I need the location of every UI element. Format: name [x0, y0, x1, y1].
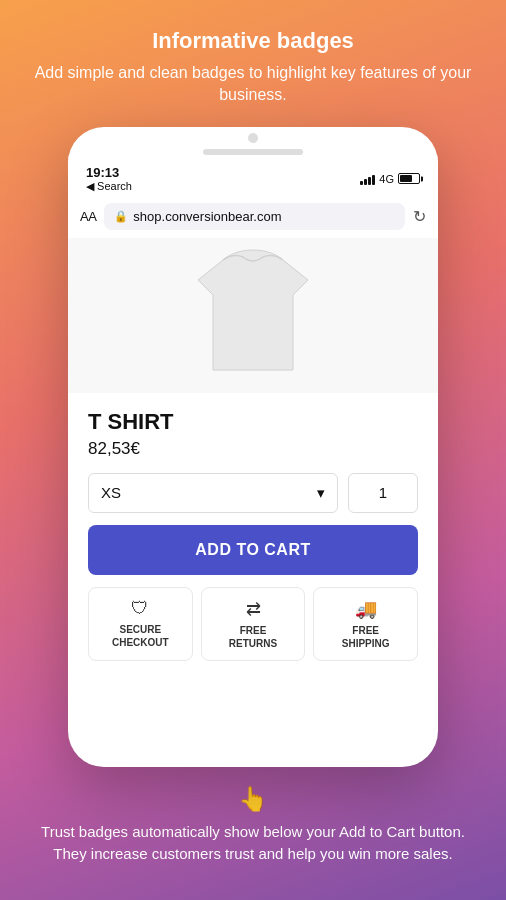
size-value: XS	[101, 484, 121, 501]
badge-returns-label: FREERETURNS	[229, 624, 277, 650]
product-price: 82,53€	[88, 439, 418, 459]
badge-secure-checkout: 🛡 SECURECHECKOUT	[88, 587, 193, 661]
badge-shipping-label: FREESHIPPING	[342, 624, 390, 650]
status-right: 4G	[360, 173, 420, 185]
trust-badges: 🛡 SECURECHECKOUT ⇄ FREERETURNS 🚚 FREESHI…	[88, 587, 418, 661]
url-text: shop.conversionbear.com	[133, 209, 281, 224]
phone-mockup: 19:13 ◀ Search 4G AA 🔒 shop.conversionbe…	[68, 127, 438, 767]
size-select[interactable]: XS ▾	[88, 473, 338, 513]
status-time: 19:13	[86, 165, 132, 180]
product-name: T SHIRT	[88, 409, 418, 435]
url-aa-label[interactable]: AA	[80, 209, 96, 224]
url-bar: AA 🔒 shop.conversionbear.com ↻	[68, 197, 438, 238]
reload-icon[interactable]: ↻	[413, 207, 426, 226]
product-image-area	[68, 238, 438, 393]
status-bar: 19:13 ◀ Search 4G	[68, 155, 438, 197]
shield-icon: 🛡	[131, 598, 149, 619]
page-subtitle: Add simple and clean badges to highlight…	[30, 62, 476, 107]
product-info: T SHIRT 82,53€ XS ▾ 1 ADD TO CART 🛡 SECU…	[68, 393, 438, 661]
badge-free-shipping: 🚚 FREESHIPPING	[313, 587, 418, 661]
chevron-down-icon: ▾	[317, 484, 325, 502]
returns-icon: ⇄	[246, 598, 261, 620]
page-title: Informative badges	[30, 28, 476, 54]
phone-camera	[248, 133, 258, 143]
badge-secure-label: SECURECHECKOUT	[112, 623, 169, 649]
truck-icon: 🚚	[355, 598, 377, 620]
page-header: Informative badges Add simple and clean …	[0, 0, 506, 127]
footer-caption: 👆 Trust badges automatically show below …	[0, 767, 506, 886]
variant-row: XS ▾ 1	[88, 473, 418, 513]
network-label: 4G	[379, 173, 394, 185]
product-image	[178, 245, 328, 385]
lock-icon: 🔒	[114, 210, 128, 223]
battery-icon	[398, 173, 420, 184]
status-search: ◀ Search	[86, 180, 132, 193]
add-to-cart-button[interactable]: ADD TO CART	[88, 525, 418, 575]
status-left: 19:13 ◀ Search	[86, 165, 132, 193]
footer-text: Trust badges automatically show below yo…	[30, 821, 476, 866]
signal-icon	[360, 173, 375, 185]
footer-emoji: 👆	[30, 785, 476, 813]
badge-free-returns: ⇄ FREERETURNS	[201, 587, 306, 661]
url-field[interactable]: 🔒 shop.conversionbear.com	[104, 203, 405, 230]
quantity-input[interactable]: 1	[348, 473, 418, 513]
battery-fill	[400, 175, 412, 182]
